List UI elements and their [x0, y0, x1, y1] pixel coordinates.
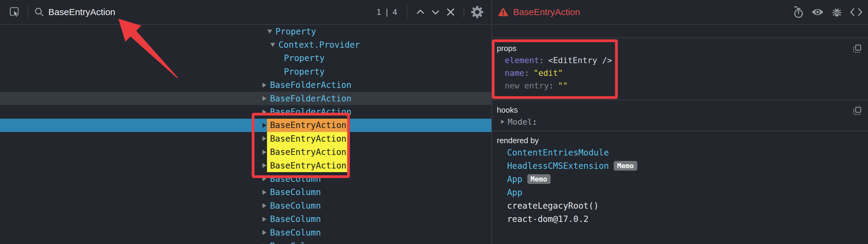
hook-name: Model [508, 117, 532, 126]
tree-row-basecolumn[interactable]: BaseColumn [0, 199, 491, 212]
owner-link[interactable]: App [507, 187, 523, 197]
prop-key: name [505, 68, 524, 78]
component-tree-panel: 1 | 4 [0, 0, 492, 244]
gear-icon [470, 5, 484, 19]
component-name: BaseFolderAction [270, 107, 351, 117]
component-name: BaseFolderAction [270, 94, 351, 103]
search-input[interactable] [48, 7, 374, 17]
settings-button[interactable] [470, 4, 485, 20]
toolbar-divider [464, 6, 464, 18]
rendered-by-list: ContentEntriesModuleHeadlessCMSExtension… [497, 146, 868, 225]
owner-link[interactable]: HeadlessCMSExtension [507, 161, 609, 171]
tree-row-basefolderaction[interactable]: BaseFolderAction [0, 92, 491, 105]
prop-value[interactable]: "edit" [533, 68, 563, 78]
expand-arrow-open-icon[interactable] [265, 30, 274, 33]
hook-separator: : [532, 117, 537, 126]
tree-row-property[interactable]: Property [0, 65, 491, 78]
props-section-title: props [497, 43, 868, 54]
eye-icon [811, 8, 824, 16]
rendered-by-row: ContentEntriesModule [497, 146, 868, 159]
component-name: Context.Provider [278, 40, 360, 50]
component-name: BaseColumn [270, 187, 321, 197]
rendered-by-row: createLegacyRoot() [497, 199, 868, 212]
inspect-cursor-icon [9, 6, 21, 18]
tree-row-baseentryaction[interactable]: BaseEntryAction [0, 159, 491, 172]
tree-row-context-provider[interactable]: Context.Provider [0, 38, 491, 51]
prop-value: <EditEntry /> [548, 56, 612, 65]
component-name: Property [275, 27, 316, 36]
header-sub-strip [492, 25, 868, 38]
expand-arrow-closed-icon[interactable] [497, 120, 508, 124]
code-brackets-icon [850, 8, 863, 16]
prop-row: new entry:"" [497, 79, 868, 92]
rendered-by-row: HeadlessCMSExtensionMemo [497, 159, 868, 173]
hooks-section-title: hooks [497, 104, 868, 115]
prop-value[interactable]: "" [558, 81, 568, 90]
tree-row-baseentryaction[interactable]: BaseEntryAction [0, 132, 491, 145]
copy-props-button[interactable] [851, 43, 863, 55]
toolbar-divider [28, 6, 28, 18]
expand-arrow-closed-icon[interactable] [260, 203, 269, 208]
log-to-console-button[interactable] [829, 4, 844, 20]
component-tree: PropertyContext.ProviderPropertyProperty… [0, 25, 491, 244]
rendered-by-row: AppMemo [497, 173, 868, 186]
tree-row-baseentryaction[interactable]: BaseEntryAction [0, 119, 491, 132]
memo-badge: Memo [527, 174, 551, 184]
expand-arrow-closed-icon[interactable] [260, 176, 269, 181]
props-list: element:<EditEntry />name:"edit"new entr… [497, 54, 868, 92]
warning-triangle-icon [498, 7, 508, 17]
rendered-by-section: rendered by ContentEntriesModuleHeadless… [492, 131, 868, 244]
expand-arrow-open-icon[interactable] [268, 43, 277, 47]
hook-row-model[interactable]: Model: [497, 115, 868, 128]
inspected-element-panel: BaseEntryAction [492, 0, 868, 244]
component-name: BaseEntryAction [267, 119, 349, 132]
prop-separator: : [549, 81, 554, 90]
inspect-dom-element-button[interactable] [810, 4, 825, 20]
owner-link[interactable]: ContentEntriesModule [507, 148, 609, 158]
expand-arrow-closed-icon[interactable] [260, 83, 269, 88]
react-devtools-components-panel: 1 | 4 [0, 0, 868, 244]
inspect-element-button[interactable] [7, 4, 22, 20]
expand-arrow-closed-icon[interactable] [260, 230, 269, 235]
close-icon [446, 8, 455, 16]
clear-search-button[interactable] [443, 4, 458, 20]
suspend-component-button[interactable] [791, 4, 806, 20]
prop-row: name:"edit" [497, 66, 868, 79]
component-name: BaseEntryAction [267, 159, 349, 172]
copy-icon [852, 44, 862, 54]
chevron-up-icon [416, 9, 425, 16]
component-name: BaseColumn [270, 214, 321, 224]
owner-link[interactable]: App [507, 174, 523, 184]
tree-row-basecolumn[interactable]: BaseColumn [0, 212, 491, 225]
expand-arrow-closed-icon[interactable] [260, 110, 269, 115]
tree-row-property[interactable]: Property [0, 52, 491, 65]
next-match-button[interactable] [428, 4, 443, 20]
inspected-element-actions [791, 4, 864, 20]
component-name: BaseFolderAction [270, 80, 351, 90]
tree-row-property[interactable]: Property [0, 25, 491, 38]
tree-row-baseentryaction[interactable]: BaseEntryAction [0, 146, 491, 159]
tree-row-basecolumn[interactable]: BaseColumn [0, 239, 491, 244]
component-name: BaseColumn [270, 201, 321, 211]
expand-arrow-closed-icon[interactable] [260, 217, 269, 222]
component-name: BaseColumn [270, 228, 321, 238]
view-source-button[interactable] [849, 4, 864, 20]
component-name: BaseColumn [270, 241, 321, 244]
tree-toolbar: 1 | 4 [0, 0, 491, 25]
copy-icon [852, 106, 862, 116]
tree-row-basefolderaction[interactable]: BaseFolderAction [0, 79, 491, 92]
chevron-down-icon [431, 9, 440, 16]
prop-separator: : [539, 56, 544, 65]
component-name: BaseColumn [270, 174, 321, 184]
tree-row-basecolumn[interactable]: BaseColumn [0, 226, 491, 239]
copy-hooks-button[interactable] [851, 105, 863, 117]
bug-icon [831, 6, 843, 18]
tree-row-basefolderaction[interactable]: BaseFolderAction [0, 105, 491, 118]
hooks-section: hooks Model: [492, 100, 868, 131]
tree-row-basecolumn[interactable]: BaseColumn [0, 186, 491, 199]
previous-match-button[interactable] [413, 4, 428, 20]
expand-arrow-closed-icon[interactable] [260, 96, 269, 101]
tree-row-basecolumn[interactable]: BaseColumn [0, 172, 491, 185]
expand-arrow-closed-icon[interactable] [260, 190, 269, 195]
rendered-by-row: App [497, 186, 868, 199]
